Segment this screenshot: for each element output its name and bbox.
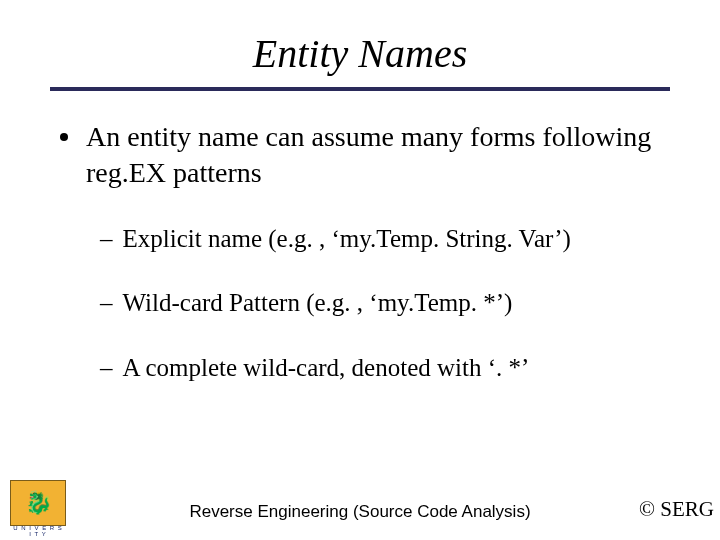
drexel-logo: 🐉 U N I V E R S I T Y [10,480,66,526]
sub-bullet-text: A complete wild-card, denoted with ‘. *’ [123,352,530,385]
sub-bullet-list: – Explicit name (e.g. , ‘my.Temp. String… [60,223,670,385]
sub-bullet: – A complete wild-card, denoted with ‘. … [100,352,670,385]
footer-text: Reverse Engineering (Source Code Analysi… [189,502,530,522]
main-bullet-text: An entity name can assume many forms fol… [86,119,670,191]
sub-bullet-text: Explicit name (e.g. , ‘my.Temp. String. … [123,223,571,256]
copyright-text: © SERG [639,497,714,522]
slide-title: Entity Names [50,30,670,77]
sub-bullet-text: Wild-card Pattern (e.g. , ‘my.Temp. *’) [123,287,513,320]
bullet-dot-icon [60,133,68,141]
main-bullet: An entity name can assume many forms fol… [60,119,670,191]
title-divider [50,87,670,91]
dash-icon: – [100,352,113,385]
slide-container: Entity Names An entity name can assume m… [0,0,720,540]
dash-icon: – [100,287,113,320]
sub-bullet: – Wild-card Pattern (e.g. , ‘my.Temp. *’… [100,287,670,320]
logo-university-label: U N I V E R S I T Y [11,525,65,537]
footer: 🐉 U N I V E R S I T Y Reverse Engineerin… [0,476,720,530]
content-area: An entity name can assume many forms fol… [50,119,670,384]
dash-icon: – [100,223,113,256]
sub-bullet: – Explicit name (e.g. , ‘my.Temp. String… [100,223,670,256]
dragon-icon: 🐉 [25,492,52,514]
